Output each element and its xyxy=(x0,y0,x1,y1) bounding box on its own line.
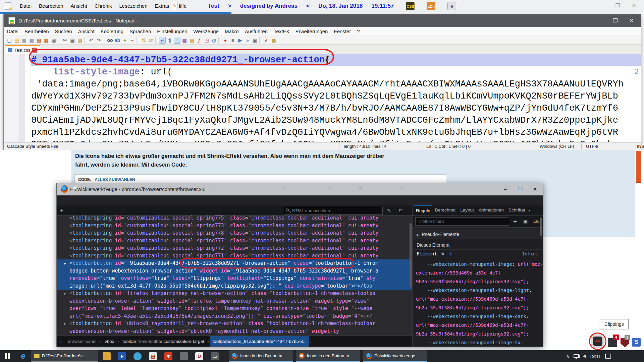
pseudo-elements-section[interactable]: ▶Pseudo-Elemente xyxy=(413,229,543,239)
rule-declaration-line[interactable]: --webextension-menupanel-image-dark: xyxy=(413,312,543,321)
restore-button[interactable]: ❐ xyxy=(610,0,625,11)
find-icon[interactable]: oo xyxy=(107,37,113,44)
open-file-icon[interactable]: ◰ xyxy=(13,37,20,44)
copy-classes-icon[interactable]: ▣ xyxy=(523,216,528,228)
doc-map-icon[interactable]: ▥ xyxy=(181,37,188,44)
stop-macro-icon[interactable]: ■ xyxy=(229,37,236,44)
uch-addon-icon[interactable]: uCh xyxy=(427,2,435,10)
sidebar-tab-regeln[interactable]: Regeln xyxy=(414,205,432,216)
new-file-icon[interactable]: ▢ xyxy=(6,37,13,44)
npp-menu-suchen[interactable]: Suchen xyxy=(55,27,72,36)
start-button[interactable] xyxy=(0,350,15,362)
rule-declaration-line[interactable]: --webextension-menupanel-image-2x: xyxy=(413,338,543,347)
edit-note-icon[interactable]: ✎ xyxy=(171,2,178,10)
sidebar-tab-schriftar[interactable]: Schriftar xyxy=(506,205,527,216)
breadcrumb-item[interactable]: vbox xyxy=(102,336,117,347)
pin-sphere-app-icon[interactable] xyxy=(133,352,142,360)
stylish-icon[interactable]: S xyxy=(632,338,641,347)
markup-row[interactable]: url("moz-ext…fac5-43ae-a51c-2e5cd41678e4… xyxy=(57,312,412,320)
explorer-task-button[interactable]: D:\Test\Profilordner\c... xyxy=(31,350,98,362)
speaker-icon[interactable] xyxy=(583,355,586,358)
breadcrumb-item[interactable]: toolbarbutton#_91aa5abe-9de4-4347-b7b5-3… xyxy=(210,336,309,347)
npp-menu-datei[interactable]: Datei xyxy=(7,27,18,36)
paste-icon[interactable]: ▧ xyxy=(76,37,83,44)
markup-row[interactable]: <toolbarspring id="customizableui-specia… xyxy=(57,237,412,245)
menu-ansicht[interactable]: Ansicht xyxy=(71,0,87,12)
devtools-restore-button[interactable]: ❐ xyxy=(514,183,527,195)
npp-menu-ansicht[interactable]: Ansicht xyxy=(78,27,94,36)
task-devtools-button[interactable]: Entwicklerwerkzeuge ... xyxy=(363,350,427,362)
rule-declaration-line[interactable]: 9b2a-55a9f584e6b1/img/clippings32.svg"); xyxy=(413,329,543,338)
npp-menu-sprachen[interactable]: Sprachen xyxy=(129,27,151,36)
menu-lesezeichen[interactable]: Lesezeichen xyxy=(119,0,147,12)
markup-row[interactable]: <toolbarspring id="customizableui-specia… xyxy=(57,222,412,230)
spell-check-icon[interactable]: ✓ xyxy=(263,37,270,44)
tab-test-css[interactable]: Test.css ✕ xyxy=(5,45,40,54)
markup-row[interactable]: <toolbarspring id="customizableui-specia… xyxy=(57,229,412,237)
save-macro-icon[interactable]: ▣ xyxy=(252,37,258,44)
expand-arrow-icon[interactable]: ▶ xyxy=(64,290,66,297)
npp-menu-einstellungen[interactable]: Einstellungen xyxy=(157,27,187,36)
npp-minimize-button[interactable]: – xyxy=(592,14,606,27)
paint-flash-icon[interactable]: ⊡ xyxy=(399,205,403,216)
npp-menu-help[interactable]: ? xyxy=(357,27,360,36)
npp-close-button[interactable]: ✕ xyxy=(624,14,639,27)
menu-datei[interactable]: Datei xyxy=(20,0,32,12)
style-filter-input[interactable]: ▽ Stile filtern xyxy=(415,217,509,226)
sidebar-more-icon[interactable]: ▾ xyxy=(529,208,530,212)
run-macro-multiple-icon[interactable]: » xyxy=(244,37,251,44)
task-icons-button-1-button[interactable]: Icons in den Button ta... xyxy=(229,350,293,362)
npp-editor[interactable]: 1 2 #_91aa5abe-9de4-4347-b7b5-322c38dd92… xyxy=(4,54,641,142)
undo-icon[interactable]: ↶ xyxy=(88,37,95,44)
eyedropper-icon[interactable]: ✎ xyxy=(387,205,391,216)
v-addon-icon[interactable]: V xyxy=(447,2,456,10)
npp-restore-button[interactable]: ❐ xyxy=(608,14,623,27)
firefox-scrollbar[interactable] xyxy=(636,151,641,183)
markup-row[interactable]: <toolbarspring id="customizableui-specia… xyxy=(57,244,412,252)
html-search-input[interactable]: HTML durchsuchen xyxy=(284,207,383,215)
close-button[interactable]: ✕ xyxy=(627,0,641,11)
pin-f-app-icon[interactable]: F xyxy=(118,352,126,360)
rule-declaration-line[interactable]: --webextension-menupanel-image-light: xyxy=(413,286,543,295)
pin-tool-icon[interactable] xyxy=(180,352,188,360)
npp-titlebar[interactable]: D:\Test\Profilordner\chrome\CSS\Test.css… xyxy=(4,14,641,27)
breadcrumb-item[interactable]: browser-panel xyxy=(65,336,99,347)
show-symbols-icon[interactable]: ¶ xyxy=(166,37,173,44)
clock[interactable]: 19:11 xyxy=(590,354,601,359)
menu-chronik[interactable]: Chronik xyxy=(95,0,112,12)
record-macro-icon[interactable]: ● xyxy=(222,37,229,44)
edge-icon[interactable]: e xyxy=(17,351,29,361)
tab-close-icon[interactable]: ✕ xyxy=(32,48,37,53)
function-list-icon[interactable]: ƒ xyxy=(196,37,203,44)
pin-d-app-icon[interactable]: D xyxy=(195,352,203,360)
word-wrap-icon[interactable]: ↩ xyxy=(159,37,166,44)
rule-declaration-line[interactable]: url("moz-extension://539d469d-a53d-4c7f- xyxy=(413,321,543,329)
sync-vertical-icon[interactable]: ⇅ xyxy=(140,37,147,44)
menu-bearbeiten[interactable]: Bearbeiten xyxy=(39,0,63,12)
markup-row[interactable]: ▶<toolbarbutton id="ublock0_raymondhill_… xyxy=(57,320,412,327)
action-center-icon[interactable] xyxy=(605,354,611,359)
npp-menu-textfx[interactable]: TextFX xyxy=(274,27,289,36)
tray-chevron-icon[interactable]: ∧ xyxy=(566,354,570,359)
npp-menu-kodierung[interactable]: Kodierung xyxy=(101,27,123,36)
find-replace-icon[interactable]: ab xyxy=(114,37,121,44)
npp-menu-ausführen[interactable]: Ausführen xyxy=(245,27,268,36)
markup-row[interactable]: ▶<toolbarbutton id="firefox_tampermonkey… xyxy=(57,290,412,297)
gear-icon[interactable]: ⚙ xyxy=(441,251,444,256)
redo-icon[interactable]: ↷ xyxy=(95,37,102,44)
markup-row[interactable]: webextension-browser-action" widget-id="… xyxy=(57,297,412,305)
rule-declaration-line[interactable]: url("moz-extension://539d469d-a53d-4c7f- xyxy=(413,295,543,303)
folder-workspace-icon[interactable]: ◳ xyxy=(203,37,210,44)
sync-horizontal-icon[interactable]: ⇄ xyxy=(148,37,154,44)
sidebar-tab-layout[interactable]: Layout xyxy=(458,205,476,216)
copy-icon[interactable]: ▣ xyxy=(69,37,76,44)
markup-row[interactable]: webextension-browser-action" widget-id="… xyxy=(57,327,412,335)
markup-row-selected[interactable]: badged-button webextension-browser-actio… xyxy=(57,267,412,275)
add-node-button[interactable]: + xyxy=(60,205,63,216)
npp-menu-fenster[interactable]: Fenster xyxy=(334,27,351,36)
npp-menu-bearbeiten[interactable]: Bearbeiten xyxy=(24,27,49,36)
indent-guide-icon[interactable]: ⋮ xyxy=(174,37,180,44)
close-icon[interactable]: ▤ xyxy=(36,37,42,44)
markup-row-selected[interactable]: removable="true" overflows="true" label=… xyxy=(57,275,412,282)
markup-row-selected[interactable]: image: url("moz-ext…3d-4c7f-9b2a-55a9f58… xyxy=(57,282,412,290)
